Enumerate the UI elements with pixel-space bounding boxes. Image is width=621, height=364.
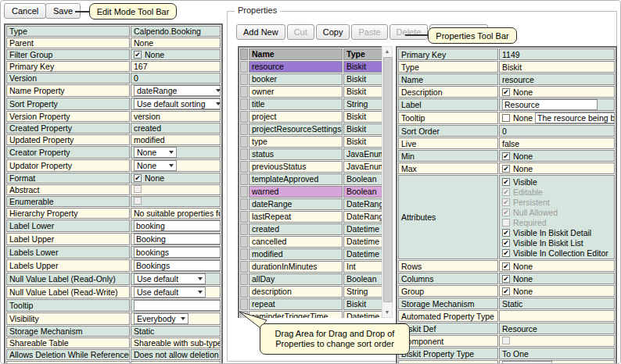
max-checkbox[interactable]: ✔ bbox=[502, 165, 510, 173]
property-list-row-booker[interactable]: bookerBiskit bbox=[240, 73, 385, 85]
copy-button[interactable]: Copy bbox=[316, 24, 350, 40]
drag-handle[interactable] bbox=[240, 211, 248, 223]
property-type-cell[interactable]: Int bbox=[343, 261, 385, 273]
label-upper-input[interactable] bbox=[134, 234, 221, 244]
property-name-cell[interactable]: title bbox=[249, 98, 343, 110]
property-name-cell[interactable]: created bbox=[249, 223, 343, 235]
property-list-row-owner[interactable]: ownerBiskit bbox=[240, 86, 385, 98]
drag-handle[interactable] bbox=[240, 298, 248, 310]
property-name-cell[interactable]: durationInMinutes bbox=[249, 261, 343, 273]
property-type-cell[interactable]: String bbox=[343, 98, 385, 110]
property-type-cell[interactable]: JavaEnum bbox=[343, 148, 385, 160]
property-type-cell[interactable]: Datetime bbox=[343, 311, 385, 318]
label-lower-input[interactable] bbox=[134, 220, 221, 231]
property-list-row-description[interactable]: descriptionString bbox=[240, 286, 385, 298]
drag-handle[interactable] bbox=[240, 261, 248, 273]
property-type-cell[interactable]: Biskit bbox=[343, 298, 385, 310]
scrollbar-thumb[interactable] bbox=[383, 57, 393, 302]
sort-property-select[interactable]: Use default sorting bbox=[134, 98, 221, 109]
creator-property-select[interactable]: None bbox=[134, 147, 177, 158]
property-name-cell[interactable]: type bbox=[249, 136, 343, 148]
property-list-row-title[interactable]: titleString bbox=[240, 98, 385, 110]
drag-handle[interactable] bbox=[240, 223, 248, 235]
property-type-cell[interactable]: Biskit bbox=[343, 111, 385, 123]
property-list-row-project[interactable]: projectBiskit bbox=[240, 111, 385, 123]
property-name-cell[interactable]: description bbox=[249, 286, 343, 298]
property-list-row-templateapproved[interactable]: templateApprovedBoolean bbox=[240, 173, 385, 185]
property-type-cell[interactable]: DateRange bbox=[343, 198, 385, 210]
drag-handle[interactable] bbox=[240, 186, 248, 198]
visible-in-biskit-list-checkbox[interactable]: ✔ bbox=[502, 239, 510, 247]
null-value-label-read-only-select[interactable]: Use default bbox=[134, 273, 206, 284]
min-checkbox[interactable]: ✔ bbox=[502, 152, 510, 160]
property-type-cell[interactable]: Boolean bbox=[343, 173, 385, 185]
property-type-cell[interactable]: Biskit bbox=[343, 123, 385, 135]
format-checkbox[interactable]: ✔ bbox=[134, 174, 142, 182]
property-name-cell[interactable]: status bbox=[249, 148, 343, 160]
tooltip-input[interactable] bbox=[134, 300, 221, 311]
labels-upper-input[interactable] bbox=[134, 260, 221, 271]
drag-handle[interactable] bbox=[240, 286, 248, 298]
tooltip-input[interactable] bbox=[535, 112, 615, 123]
property-type-cell[interactable]: String bbox=[343, 286, 385, 298]
add-new-button[interactable]: Add New bbox=[236, 24, 285, 40]
property-list-row-repeat[interactable]: repeatBiskit bbox=[240, 298, 385, 310]
scrollbar[interactable]: ▲ ▼ bbox=[382, 46, 393, 318]
property-list-row-lastrepeat[interactable]: lastRepeatDateRange bbox=[240, 211, 385, 223]
property-type-cell[interactable]: Biskit bbox=[343, 73, 385, 85]
drag-handle[interactable] bbox=[240, 148, 248, 160]
property-list-row-type[interactable]: typeBiskit bbox=[240, 136, 385, 148]
scrollbar-down-icon[interactable]: ▼ bbox=[382, 308, 392, 317]
property-type-cell[interactable]: Biskit bbox=[343, 86, 385, 98]
property-list-row-cancelled[interactable]: cancelledDatetime bbox=[240, 236, 385, 248]
property-list-row-modified[interactable]: modifiedDatetime bbox=[240, 248, 385, 260]
labels-lower-input[interactable] bbox=[134, 247, 221, 258]
description-checkbox[interactable]: ✔ bbox=[502, 88, 510, 96]
drag-handle[interactable] bbox=[240, 86, 248, 98]
filter-group-checkbox[interactable]: ✔ bbox=[134, 51, 142, 59]
property-list-row-resource[interactable]: resourceBiskit bbox=[240, 61, 385, 73]
drag-handle[interactable] bbox=[240, 61, 248, 73]
property-list-row-warned[interactable]: warnedBoolean bbox=[240, 186, 385, 198]
property-list-row-allday[interactable]: allDayBoolean bbox=[240, 273, 385, 285]
name-property-select[interactable]: dateRange bbox=[134, 85, 221, 96]
label-input[interactable] bbox=[502, 99, 598, 110]
visible-in-biskit-detail-checkbox[interactable]: ✔ bbox=[502, 229, 510, 237]
property-list-row-durationinminutes[interactable]: durationInMinutesInt bbox=[240, 261, 385, 273]
property-name-cell[interactable]: project bbox=[249, 111, 343, 123]
drag-handle[interactable] bbox=[240, 73, 248, 85]
drag-handle[interactable] bbox=[240, 111, 248, 123]
property-name-cell[interactable]: allDay bbox=[249, 273, 343, 285]
reference-deletion-option-select[interactable]: No Action bbox=[502, 361, 552, 364]
tooltip-checkbox[interactable] bbox=[502, 114, 510, 122]
property-list-row-status[interactable]: statusJavaEnum bbox=[240, 148, 385, 160]
property-list-row-created[interactable]: createdDatetime bbox=[240, 223, 385, 235]
property-name-cell[interactable]: owner bbox=[249, 86, 343, 98]
property-type-cell[interactable]: Biskit bbox=[343, 61, 385, 73]
updator-property-select[interactable]: None bbox=[134, 160, 177, 171]
visible-checkbox[interactable]: ✔ bbox=[502, 178, 510, 186]
visible-in-collection-editor-checkbox[interactable]: ✔ bbox=[502, 249, 510, 257]
null-value-label-read-write-select[interactable]: Use default bbox=[134, 287, 206, 298]
drag-handle[interactable] bbox=[240, 98, 248, 110]
drag-handle[interactable] bbox=[240, 236, 248, 248]
property-list-row-daterange[interactable]: dateRangeDateRange bbox=[240, 198, 385, 210]
property-name-cell[interactable]: booker bbox=[249, 73, 343, 85]
rows-checkbox[interactable]: ✔ bbox=[502, 262, 510, 270]
property-name-cell[interactable]: warned bbox=[249, 186, 343, 198]
drag-handle[interactable] bbox=[240, 136, 248, 148]
property-list-row-previousstatus[interactable]: previousStatusJavaEnum bbox=[240, 161, 385, 173]
drag-handle[interactable] bbox=[240, 123, 248, 135]
drag-handle[interactable] bbox=[240, 248, 248, 260]
cancel-button[interactable]: Cancel bbox=[4, 3, 46, 19]
property-name-cell[interactable]: modified bbox=[249, 248, 343, 260]
property-name-cell[interactable]: previousStatus bbox=[249, 161, 343, 173]
property-name-cell[interactable]: lastRepeat bbox=[249, 211, 343, 223]
columns-checkbox[interactable]: ✔ bbox=[502, 275, 510, 283]
property-name-cell[interactable]: cancelled bbox=[249, 236, 343, 248]
property-name-cell[interactable]: templateApproved bbox=[249, 173, 343, 185]
drag-handle[interactable] bbox=[240, 173, 248, 185]
property-type-cell[interactable]: Datetime bbox=[343, 223, 385, 235]
property-list-row-projectresourcesettings[interactable]: projectResourceSettingsBiskit bbox=[240, 123, 385, 135]
property-type-cell[interactable]: Datetime bbox=[343, 248, 385, 260]
